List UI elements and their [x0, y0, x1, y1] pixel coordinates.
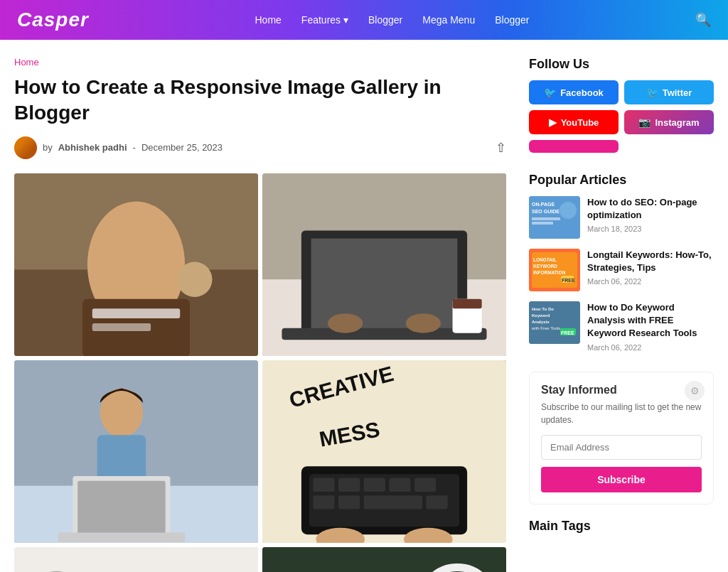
svg-text:FREE: FREE — [561, 330, 574, 335]
svg-text:LONGTAIL: LONGTAIL — [533, 257, 557, 262]
popular-articles-section: Popular Articles ON-PAGE SEO GUIDE How t… — [529, 173, 714, 352]
search-button[interactable]: 🔍 — [695, 12, 711, 28]
svg-rect-62 — [532, 222, 553, 225]
author-row: by Abhishek padhi - December 25, 2023 ⇧ — [14, 136, 506, 159]
article-title-1[interactable]: How to do SEO: On-page optimization — [587, 196, 714, 222]
svg-text:How To Do: How To Do — [532, 307, 554, 311]
youtube-icon: ▶ — [549, 117, 557, 128]
gallery-image-1[interactable] — [14, 173, 258, 356]
svg-rect-29 — [338, 478, 360, 492]
facebook-icon: 🐦 — [544, 87, 556, 98]
svg-text:Analysis: Analysis — [532, 320, 550, 324]
nav-megamenu[interactable]: Mega Menu — [422, 14, 475, 26]
svg-point-13 — [406, 313, 441, 333]
site-header: Casper Home Features ▾ Blogger Mega Menu… — [0, 0, 728, 40]
popular-article-item: ON-PAGE SEO GUIDE How to do SEO: On-page… — [529, 196, 714, 239]
article-thumb-3[interactable]: How To Do Keyword Analysis with Free Too… — [529, 301, 580, 344]
svg-text:with Free Tools: with Free Tools — [531, 326, 560, 330]
share-icon[interactable]: ⇧ — [496, 140, 506, 156]
main-tags-title: Main Tags — [529, 519, 714, 534]
instagram-button[interactable]: 📷 Instagram — [624, 110, 714, 134]
follow-us-section: Follow Us 🐦 Facebook 🐦 Twitter ▶ YouTube… — [529, 57, 714, 153]
svg-rect-61 — [532, 217, 560, 220]
svg-rect-33 — [313, 495, 334, 509]
article-date-1: March 18, 2023 — [587, 225, 714, 233]
svg-rect-22 — [58, 533, 185, 543]
article-date: December 25, 2023 — [141, 142, 223, 153]
facebook-button[interactable]: 🐦 Facebook — [529, 80, 619, 104]
avatar — [14, 136, 37, 159]
instagram-icon: 📷 — [638, 117, 651, 128]
popular-article-item: How To Do Keyword Analysis with Free Too… — [529, 301, 714, 352]
article-info-1: How to do SEO: On-page optimization Marc… — [587, 196, 714, 233]
svg-rect-28 — [313, 478, 334, 492]
svg-rect-35 — [364, 495, 422, 509]
nav-home[interactable]: Home — [255, 14, 281, 26]
svg-text:INFORMATION: INFORMATION — [533, 270, 566, 275]
article-info-3: How to Do Keyword Analysis with FREE Key… — [587, 301, 714, 352]
image-gallery: CREATIVE MESS — [14, 173, 506, 572]
article-thumb-2[interactable]: LONGTAIL KEYWORD INFORMATION FREE — [529, 249, 580, 291]
svg-text:KEYWORD: KEYWORD — [533, 264, 557, 269]
breadcrumb[interactable]: Home — [14, 57, 506, 68]
article-date-2: March 06, 2022 — [587, 277, 714, 286]
author-name[interactable]: Abhishek padhi — [58, 142, 127, 153]
search-icon: 🔍 — [695, 13, 711, 27]
sidebar: Follow Us 🐦 Facebook 🐦 Twitter ▶ YouTube… — [529, 57, 714, 572]
stay-informed-desc: Subscribe to our mailing list to get the… — [541, 401, 702, 426]
gear-icon: ⚙ — [685, 381, 705, 401]
twitter-icon: 🐦 — [646, 87, 658, 98]
author-prefix: by — [43, 142, 53, 153]
gallery-image-5[interactable] — [14, 547, 258, 572]
stay-informed-title: Stay Informed — [541, 384, 702, 396]
article-title-2[interactable]: Longtail Keywords: How-To, Strategies, T… — [587, 249, 714, 274]
social-grid: 🐦 Facebook 🐦 Twitter ▶ YouTube 📷 Instagr… — [529, 80, 714, 153]
svg-rect-5 — [92, 323, 151, 331]
article-title-3[interactable]: How to Do Keyword Analysis with FREE Key… — [587, 301, 714, 340]
subscribe-button[interactable]: Subscribe — [541, 467, 702, 492]
gallery-image-4[interactable]: CREATIVE MESS — [262, 360, 506, 543]
article-date-separator: - — [133, 142, 136, 153]
youtube-button[interactable]: ▶ YouTube — [529, 110, 619, 134]
nav-blogger2[interactable]: Blogger — [495, 14, 529, 26]
popular-article-item: LONGTAIL KEYWORD INFORMATION FREE Longta… — [529, 249, 714, 291]
extra-social-button[interactable] — [529, 140, 619, 153]
main-content: Home How to Create a Responsive Image Ga… — [14, 57, 506, 572]
svg-point-6 — [177, 261, 212, 296]
svg-rect-4 — [92, 308, 180, 318]
svg-point-63 — [560, 202, 577, 219]
svg-rect-30 — [364, 478, 385, 492]
svg-text:SEO GUIDE: SEO GUIDE — [532, 209, 560, 214]
svg-rect-21 — [77, 481, 165, 534]
svg-rect-34 — [338, 495, 360, 509]
article-title: How to Create a Responsive Image Gallery… — [14, 75, 506, 126]
article-thumb-1[interactable]: ON-PAGE SEO GUIDE — [529, 196, 580, 239]
twitter-button[interactable]: 🐦 Twitter — [624, 80, 714, 104]
article-date-3: March 06, 2022 — [587, 343, 714, 352]
popular-articles-title: Popular Articles — [529, 173, 714, 188]
stay-informed-section: ⚙ Stay Informed Subscribe to our mailing… — [529, 372, 714, 504]
main-container: Home How to Create a Responsive Image Ga… — [0, 40, 728, 572]
follow-us-title: Follow Us — [529, 57, 714, 72]
gallery-image-6[interactable] — [262, 547, 506, 572]
article-info-2: Longtail Keywords: How-To, Strategies, T… — [587, 249, 714, 286]
main-nav: Home Features ▾ Blogger Mega Menu Blogge… — [255, 14, 529, 26]
svg-rect-31 — [389, 478, 410, 492]
svg-rect-15 — [453, 298, 482, 308]
svg-text:ON-PAGE: ON-PAGE — [532, 202, 555, 207]
email-input[interactable] — [541, 435, 702, 460]
svg-point-12 — [328, 313, 363, 333]
svg-rect-39 — [14, 547, 258, 572]
gallery-image-2[interactable] — [262, 173, 506, 356]
nav-blogger[interactable]: Blogger — [368, 14, 402, 26]
site-logo[interactable]: Casper — [17, 9, 89, 31]
svg-rect-36 — [426, 495, 447, 509]
svg-text:Keyword: Keyword — [532, 313, 550, 318]
svg-rect-32 — [414, 478, 436, 492]
svg-text:FREE: FREE — [562, 278, 575, 283]
gallery-image-3[interactable] — [14, 360, 258, 543]
nav-features[interactable]: Features ▾ — [301, 14, 348, 26]
